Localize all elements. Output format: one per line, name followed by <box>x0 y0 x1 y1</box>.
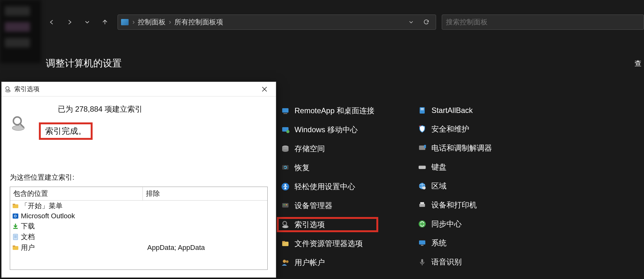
indexopt-icon <box>281 220 290 229</box>
explorer-topbar: › 控制面板 › 所有控制面板项 <box>41 13 644 31</box>
control-panel-icon <box>121 19 129 25</box>
svg-rect-16 <box>282 242 289 246</box>
sync-center-icon <box>417 219 427 229</box>
remoteapp-icon <box>281 106 290 115</box>
table-row[interactable]: OMicrosoft Outlook <box>10 211 267 221</box>
devmgr-icon <box>281 201 290 210</box>
outlook-icon: O <box>12 213 19 220</box>
page-header: 调整计算机的设置 查 <box>46 57 644 70</box>
address-history-dropdown[interactable] <box>405 16 417 28</box>
cp-item-remoteapp[interactable]: RemoteApp 和桌面连接 <box>278 104 377 117</box>
storage-icon <box>281 144 290 153</box>
folder-icon <box>12 244 19 251</box>
locations-label: 为这些位置建立索引: <box>10 173 268 182</box>
cp-item-label: 设备管理器 <box>295 201 332 211</box>
view-label[interactable]: 查 <box>635 59 644 68</box>
svg-rect-24 <box>424 145 426 148</box>
svg-rect-21 <box>421 108 424 109</box>
recovery-icon <box>281 163 290 172</box>
location-name: 「开始」菜单 <box>21 201 63 211</box>
svg-point-19 <box>286 260 289 263</box>
cp-item-keyboard[interactable]: 键盘 <box>415 161 495 173</box>
cp-item-ease[interactable]: 轻松使用设置中心 <box>278 180 377 193</box>
cp-item-devices-printers[interactable]: 设备和打印机 <box>415 199 495 211</box>
security-icon <box>417 124 427 134</box>
mobility-icon <box>281 125 290 134</box>
breadcrumb-part[interactable]: 所有控制面板项 <box>174 17 223 27</box>
cp-item-label: RemoteApp 和桌面连接 <box>295 106 374 116</box>
svg-rect-47 <box>13 234 18 240</box>
cp-item-sync-center[interactable]: 同步中心 <box>415 218 495 230</box>
cp-item-useracct[interactable]: 用户帐户 <box>278 256 377 269</box>
cp-item-speech[interactable]: 语音识别 <box>415 256 495 268</box>
cp-item-region[interactable]: 区域 <box>415 180 495 192</box>
search-input[interactable] <box>442 15 644 30</box>
svg-rect-32 <box>419 240 425 245</box>
svg-point-6 <box>282 149 289 152</box>
location-name: Microsoft Outlook <box>21 212 75 220</box>
cp-item-explorer-opt[interactable]: 文件资源管理器选项 <box>278 237 377 250</box>
cp-item-recovery[interactable]: 恢复 <box>278 161 377 174</box>
devices-printers-icon <box>417 200 427 210</box>
phone-modem-icon <box>417 143 427 153</box>
cp-item-label: 同步中心 <box>431 219 462 229</box>
cp-item-label: 安全和维护 <box>431 124 469 134</box>
dialog-title: 索引选项 <box>14 85 39 93</box>
address-bar[interactable]: › 控制面板 › 所有控制面板项 <box>118 15 436 30</box>
breadcrumb: › 控制面板 › 所有控制面板项 <box>131 17 223 27</box>
cp-item-label: 语音识别 <box>431 257 462 267</box>
cp-item-label: 用户帐户 <box>295 257 325 268</box>
svg-point-37 <box>6 86 9 90</box>
cp-item-label: 系统 <box>431 238 447 248</box>
table-row[interactable]: 用户AppData; AppData <box>10 242 267 253</box>
col-excluded[interactable]: 排除 <box>143 187 267 200</box>
cp-item-security[interactable]: 安全和维护 <box>415 123 495 135</box>
cp-item-label: 文件资源管理器选项 <box>295 239 363 249</box>
svg-point-3 <box>286 130 289 133</box>
cp-item-devmgr[interactable]: 设备管理器 <box>278 199 377 212</box>
indexed-count: 已为 278,884 项建立索引 <box>39 104 143 114</box>
page-title: 调整计算机的设置 <box>46 57 122 70</box>
svg-rect-12 <box>286 204 287 205</box>
table-row[interactable]: 文档 <box>10 232 267 242</box>
magnifier-drive-icon <box>4 85 12 93</box>
cp-item-label: Windows 移动中心 <box>295 125 358 135</box>
explorer-opt-icon <box>281 239 290 248</box>
table-row[interactable]: 「开始」菜单 <box>10 201 267 211</box>
recent-dropdown[interactable] <box>80 15 95 30</box>
location-name: 下载 <box>21 221 35 231</box>
forward-button[interactable] <box>62 15 77 30</box>
back-button[interactable] <box>44 15 59 30</box>
cp-item-startallback[interactable]: StartAllBack <box>415 104 495 116</box>
cp-item-phone-modem[interactable]: 电话和调制解调器 <box>415 142 495 154</box>
cp-item-system[interactable]: 系统 <box>415 237 495 249</box>
close-button[interactable] <box>256 83 273 96</box>
control-panel-grid: RemoteApp 和桌面连接Windows 移动中心存储空间恢复轻松使用设置中… <box>278 104 495 269</box>
cp-item-label: 区域 <box>431 181 447 191</box>
speech-icon <box>417 257 427 267</box>
svg-rect-30 <box>420 202 424 204</box>
table-row[interactable]: 下载 <box>10 221 267 232</box>
cp-item-label: 键盘 <box>431 162 447 172</box>
location-excluded: AppData; AppData <box>144 244 265 252</box>
svg-rect-0 <box>282 108 289 113</box>
locations-table: 包含的位置 排除 「开始」菜单OMicrosoft Outlook下载文档用户A… <box>10 187 268 270</box>
col-included[interactable]: 包含的位置 <box>10 187 143 200</box>
refresh-button[interactable] <box>420 16 433 28</box>
svg-rect-33 <box>421 245 423 246</box>
up-button[interactable] <box>97 15 112 30</box>
cp-item-mobility[interactable]: Windows 移动中心 <box>278 123 377 136</box>
cp-item-label: 恢复 <box>295 163 310 173</box>
svg-rect-10 <box>282 203 289 208</box>
svg-point-28 <box>422 186 426 189</box>
cp-item-storage[interactable]: 存储空间 <box>278 142 377 155</box>
doc-icon <box>12 233 19 240</box>
index-status: 已为 278,884 项建立索引 索引完成。 <box>10 104 268 140</box>
svg-rect-22 <box>421 109 424 110</box>
svg-rect-34 <box>421 259 423 263</box>
svg-rect-29 <box>419 204 425 207</box>
breadcrumb-part[interactable]: 控制面板 <box>138 17 166 27</box>
svg-text:O: O <box>14 214 17 218</box>
location-name: 用户 <box>21 243 35 252</box>
cp-item-indexopt[interactable]: 索引选项 <box>278 218 377 231</box>
